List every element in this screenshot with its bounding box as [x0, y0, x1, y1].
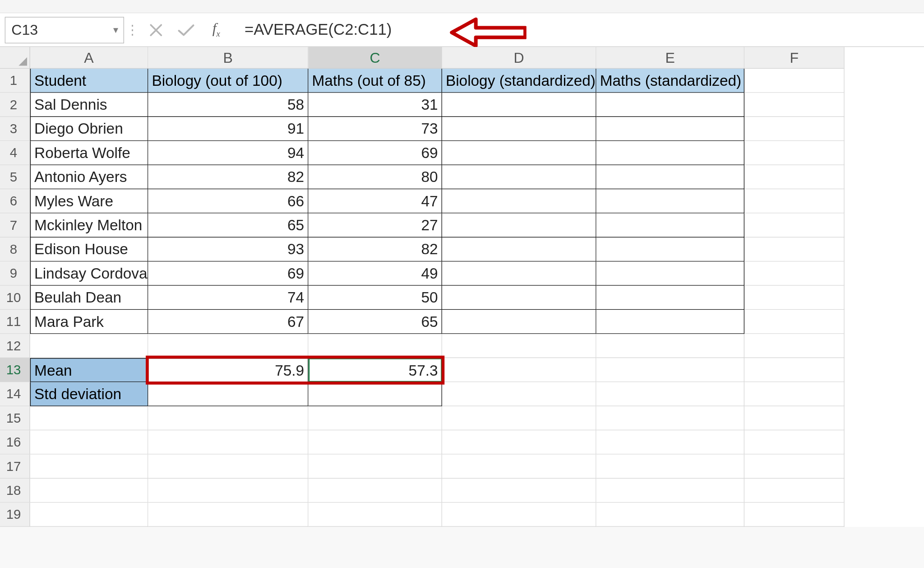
cell-C15[interactable]: [309, 406, 442, 430]
cell-C10[interactable]: 50: [309, 286, 442, 310]
select-all-corner[interactable]: [0, 47, 30, 69]
cell-A6[interactable]: Myles Ware: [30, 189, 148, 213]
row-header-18[interactable]: 18: [0, 479, 30, 503]
row-header-16[interactable]: 16: [0, 430, 30, 454]
cell-D11[interactable]: [442, 310, 596, 334]
col-header-E[interactable]: E: [596, 47, 744, 69]
cell-F16[interactable]: [744, 430, 845, 454]
cell-C8[interactable]: 82: [309, 237, 442, 261]
cell-A5[interactable]: Antonio Ayers: [30, 165, 148, 189]
col-header-D[interactable]: D: [442, 47, 596, 69]
cell-A16[interactable]: [30, 430, 148, 454]
formula-input[interactable]: [231, 17, 920, 43]
cell-E10[interactable]: [596, 286, 744, 310]
row-header-12[interactable]: 12: [0, 334, 30, 358]
cell-D6[interactable]: [442, 189, 596, 213]
row-header-14[interactable]: 14: [0, 382, 30, 406]
cell-C17[interactable]: [309, 455, 442, 479]
cell-F9[interactable]: [744, 261, 845, 285]
cell-A10[interactable]: Beulah Dean: [30, 286, 148, 310]
cell-E9[interactable]: [596, 261, 744, 285]
cell-F7[interactable]: [744, 214, 845, 237]
row-header-3[interactable]: 3: [0, 117, 30, 141]
cell-E8[interactable]: [596, 237, 744, 261]
cell-F12[interactable]: [744, 334, 845, 358]
cell-A19[interactable]: [30, 503, 148, 526]
row-header-2[interactable]: 2: [0, 93, 30, 117]
cell-D10[interactable]: [442, 286, 596, 310]
cell-C4[interactable]: 69: [309, 141, 442, 165]
cell-F4[interactable]: [744, 141, 845, 165]
cell-B2[interactable]: 58: [148, 93, 308, 117]
cell-C2[interactable]: 31: [309, 93, 442, 117]
row-header-9[interactable]: 9: [0, 261, 30, 285]
cell-F19[interactable]: [744, 503, 845, 526]
cell-F5[interactable]: [744, 165, 845, 189]
cell-B4[interactable]: 94: [148, 141, 308, 165]
name-box-dropdown-icon[interactable]: ▼: [111, 25, 120, 34]
row-header-11[interactable]: 11: [0, 310, 30, 334]
cell-A2[interactable]: Sal Dennis: [30, 93, 148, 117]
cell-F8[interactable]: [744, 237, 845, 261]
col-header-B[interactable]: B: [148, 47, 308, 69]
cell-C19[interactable]: [309, 503, 442, 526]
cell-C16[interactable]: [309, 430, 442, 454]
cell-A13[interactable]: Mean: [30, 358, 148, 382]
cell-B17[interactable]: [148, 455, 308, 479]
cell-B12[interactable]: [148, 334, 308, 358]
cell-C7[interactable]: 27: [309, 214, 442, 237]
cell-C13[interactable]: 57.3: [309, 358, 442, 382]
row-header-5[interactable]: 5: [0, 165, 30, 189]
cell-D12[interactable]: [442, 334, 596, 358]
cell-B1[interactable]: Biology (out of 100): [148, 69, 308, 93]
cell-E12[interactable]: [596, 334, 744, 358]
cell-F2[interactable]: [744, 93, 845, 117]
cell-F17[interactable]: [744, 455, 845, 479]
cell-D15[interactable]: [442, 406, 596, 430]
cell-C3[interactable]: 73: [309, 117, 442, 141]
cell-B8[interactable]: 93: [148, 237, 308, 261]
insert-function-button[interactable]: fx: [201, 18, 231, 42]
cell-D7[interactable]: [442, 214, 596, 237]
cell-D8[interactable]: [442, 237, 596, 261]
row-header-13[interactable]: 13: [0, 358, 30, 382]
cell-B10[interactable]: 74: [148, 286, 308, 310]
cell-E7[interactable]: [596, 214, 744, 237]
cell-D17[interactable]: [442, 455, 596, 479]
cell-A11[interactable]: Mara Park: [30, 310, 148, 334]
cell-A15[interactable]: [30, 406, 148, 430]
cell-D3[interactable]: [442, 117, 596, 141]
name-box[interactable]: C13 ▼: [5, 17, 124, 43]
enter-formula-button[interactable]: [171, 18, 201, 42]
cell-E2[interactable]: [596, 93, 744, 117]
col-header-F[interactable]: F: [744, 47, 845, 69]
cell-A17[interactable]: [30, 455, 148, 479]
row-header-17[interactable]: 17: [0, 455, 30, 479]
cell-D14[interactable]: [442, 382, 596, 406]
cell-E19[interactable]: [596, 503, 744, 526]
row-header-4[interactable]: 4: [0, 141, 30, 165]
cell-D13[interactable]: [442, 358, 596, 382]
cell-E18[interactable]: [596, 479, 744, 503]
cell-E17[interactable]: [596, 455, 744, 479]
row-header-6[interactable]: 6: [0, 189, 30, 213]
cell-F1[interactable]: [744, 69, 845, 93]
row-header-10[interactable]: 10: [0, 286, 30, 310]
cell-A7[interactable]: Mckinley Melton: [30, 214, 148, 237]
cell-C18[interactable]: [309, 479, 442, 503]
cell-D18[interactable]: [442, 479, 596, 503]
cell-B9[interactable]: 69: [148, 261, 308, 285]
cell-C1[interactable]: Maths (out of 85): [309, 69, 442, 93]
cell-D19[interactable]: [442, 503, 596, 526]
cell-B14[interactable]: [148, 382, 308, 406]
cell-B18[interactable]: [148, 479, 308, 503]
cell-E14[interactable]: [596, 382, 744, 406]
cell-E1[interactable]: Maths (standardized): [596, 69, 744, 93]
cell-B11[interactable]: 67: [148, 310, 308, 334]
cell-D9[interactable]: [442, 261, 596, 285]
cell-F15[interactable]: [744, 406, 845, 430]
cell-D5[interactable]: [442, 165, 596, 189]
cell-E3[interactable]: [596, 117, 744, 141]
cell-D16[interactable]: [442, 430, 596, 454]
cell-A14[interactable]: Std deviation: [30, 382, 148, 406]
